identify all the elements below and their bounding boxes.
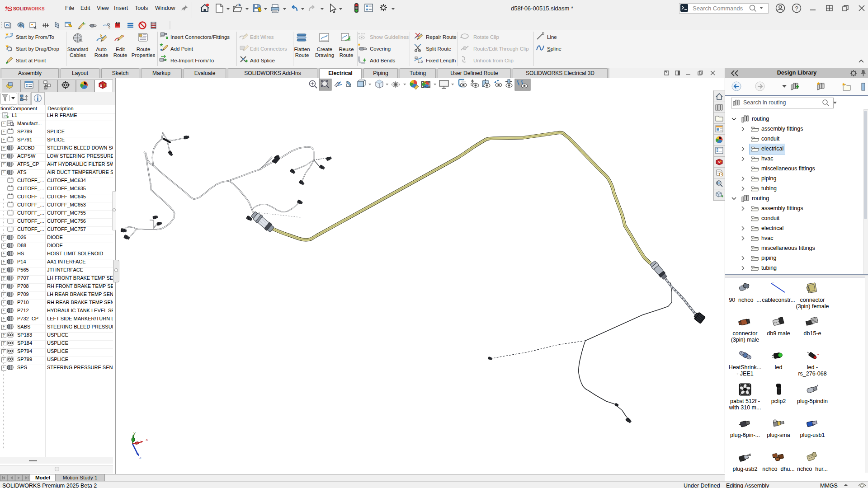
svg-text:SOLIDWORKS: SOLIDWORKS bbox=[13, 6, 45, 11]
svg-text:Z: Z bbox=[139, 456, 142, 460]
svg-text:1,0: 1,0 bbox=[418, 60, 423, 64]
svg-text:....: .... bbox=[772, 281, 774, 283]
svg-text:X: X bbox=[146, 438, 148, 442]
svg-text:Y: Y bbox=[133, 432, 136, 436]
svg-text:S: S bbox=[718, 160, 720, 164]
svg-text:S: S bbox=[100, 84, 103, 88]
svg-text:0: 0 bbox=[108, 26, 110, 29]
svg-text:?: ? bbox=[795, 5, 798, 12]
svg-text:!: ! bbox=[259, 9, 259, 11]
